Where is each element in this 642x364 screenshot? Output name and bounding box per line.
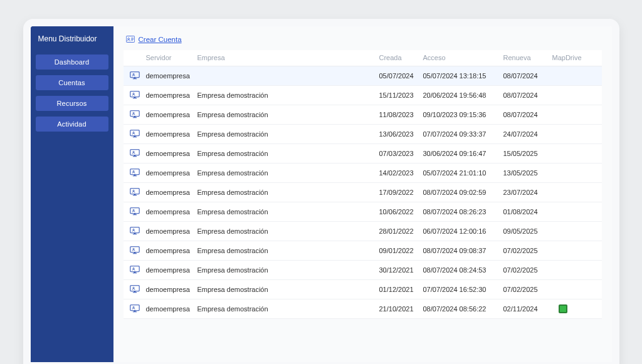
cell-renueva: 13/05/2025 — [503, 169, 552, 177]
svg-rect-40 — [132, 234, 137, 234]
device-frame: Menu Distribuidor Dashboard Cuentas Recu… — [23, 19, 619, 365]
cell-acceso: 08/07/2024 09:02:59 — [423, 189, 503, 196]
cell-servidor: demoempresa — [146, 208, 197, 216]
svg-rect-7 — [134, 78, 135, 78]
cell-acceso: 06/07/2024 12:00:16 — [423, 227, 503, 235]
cell-acceso: 08/07/2024 08:26:23 — [423, 208, 503, 216]
mapdrive-indicator — [559, 304, 567, 313]
cell-empresa: Empresa demostración — [197, 247, 379, 254]
svg-rect-32 — [132, 195, 137, 195]
table-header: Servidor Empresa Creada Acceso Renueva M… — [124, 50, 602, 66]
table-row[interactable]: demoempresaEmpresa demostración07/03/202… — [124, 144, 602, 164]
col-renueva[interactable]: Renueva — [503, 54, 552, 61]
svg-rect-24 — [132, 156, 137, 157]
cell-acceso: 05/07/2024 21:01:10 — [423, 169, 503, 177]
svg-rect-15 — [134, 117, 135, 117]
server-icon — [130, 110, 146, 118]
cell-empresa: Empresa demostración — [197, 286, 379, 293]
cell-empresa: Empresa demostración — [197, 208, 379, 216]
server-icon — [130, 130, 146, 138]
cell-renueva: 09/05/2025 — [503, 227, 552, 235]
svg-point-54 — [132, 306, 134, 308]
sidebar-item-actividad[interactable]: Actividad — [36, 117, 108, 132]
cell-empresa: Empresa demostración — [197, 111, 379, 118]
cell-servidor: demoempresa — [146, 247, 197, 254]
cell-renueva: 01/08/2024 — [503, 208, 552, 216]
cell-servidor: demoempresa — [146, 227, 197, 235]
sidebar-title: Menu Distribuidor — [31, 26, 113, 50]
svg-rect-49 — [130, 286, 139, 291]
server-icon — [130, 285, 146, 293]
col-acceso[interactable]: Acceso — [423, 54, 503, 61]
cell-servidor: demoempresa — [146, 72, 197, 80]
cell-acceso: 08/07/2024 08:56:22 — [423, 305, 503, 313]
col-creada[interactable]: Creada — [379, 54, 423, 61]
svg-rect-16 — [132, 117, 137, 118]
svg-rect-36 — [132, 214, 137, 215]
cell-renueva: 08/07/2024 — [503, 111, 552, 118]
svg-rect-52 — [132, 292, 137, 293]
server-icon — [130, 188, 146, 196]
col-mapdrive[interactable]: MapDrive — [552, 54, 585, 61]
app-window: Menu Distribuidor Dashboard Cuentas Recu… — [31, 26, 612, 362]
table-row[interactable]: demoempresaEmpresa demostración30/12/202… — [124, 261, 602, 280]
svg-rect-56 — [132, 311, 137, 312]
accounts-table: Servidor Empresa Creada Acceso Renueva M… — [124, 50, 602, 319]
server-icon — [130, 207, 146, 216]
cell-servidor: demoempresa — [146, 130, 197, 138]
svg-rect-41 — [130, 247, 139, 252]
cell-renueva: 08/07/2024 — [503, 72, 552, 80]
cell-servidor: demoempresa — [146, 91, 197, 99]
server-icon — [130, 149, 146, 157]
table-row[interactable]: demoempresaEmpresa demostración28/01/202… — [124, 222, 602, 241]
cell-creada: 28/01/2022 — [379, 227, 423, 235]
table-row[interactable]: demoempresaEmpresa demostración09/01/202… — [124, 241, 602, 261]
sidebar: Menu Distribuidor Dashboard Cuentas Recu… — [31, 26, 113, 362]
sidebar-item-cuentas[interactable]: Cuentas — [36, 75, 108, 90]
svg-point-18 — [132, 132, 134, 133]
col-servidor[interactable]: Servidor — [146, 54, 197, 61]
cell-creada: 21/10/2021 — [379, 305, 423, 313]
server-icon — [130, 304, 146, 313]
cell-empresa: Empresa demostración — [197, 305, 379, 313]
cell-empresa: Empresa demostración — [197, 91, 379, 99]
cell-acceso: 07/07/2024 16:52:30 — [423, 286, 503, 293]
svg-rect-47 — [134, 272, 135, 273]
svg-point-30 — [132, 190, 134, 191]
svg-rect-43 — [134, 252, 135, 253]
table-row[interactable]: demoempresa05/07/202405/07/2024 13:18:15… — [124, 66, 602, 86]
table-row[interactable]: demoempresaEmpresa demostración13/06/202… — [124, 125, 602, 144]
svg-rect-35 — [134, 214, 135, 214]
svg-rect-29 — [130, 189, 139, 194]
svg-point-1 — [127, 38, 129, 39]
cell-mapdrive — [552, 304, 585, 313]
table-row[interactable]: demoempresaEmpresa demostración01/12/202… — [124, 280, 602, 299]
cell-renueva: 07/02/2025 — [503, 266, 552, 274]
table-row[interactable]: demoempresaEmpresa demostración14/02/202… — [124, 164, 602, 183]
cell-acceso: 30/06/2024 09:16:47 — [423, 150, 503, 157]
svg-rect-48 — [132, 273, 137, 273]
table-row[interactable]: demoempresaEmpresa demostración17/09/202… — [124, 183, 602, 202]
svg-rect-39 — [134, 233, 135, 234]
col-empresa[interactable]: Empresa — [197, 54, 379, 61]
svg-point-10 — [132, 93, 134, 94]
svg-rect-12 — [132, 98, 137, 98]
svg-point-26 — [132, 170, 134, 172]
table-row[interactable]: demoempresaEmpresa demostración15/11/202… — [124, 86, 602, 105]
svg-point-46 — [132, 268, 134, 269]
table-row[interactable]: demoempresaEmpresa demostración21/10/202… — [124, 299, 602, 319]
svg-point-22 — [132, 151, 134, 152]
server-icon — [130, 246, 146, 254]
sidebar-item-recursos[interactable]: Recursos — [36, 96, 108, 111]
content-area: Crear Cuenta Servidor Empresa Creada Acc… — [113, 26, 612, 362]
sidebar-item-dashboard[interactable]: Dashboard — [36, 55, 108, 70]
svg-rect-28 — [132, 175, 137, 176]
table-row[interactable]: demoempresaEmpresa demostración11/08/202… — [124, 105, 602, 125]
cell-acceso: 08/07/2024 09:08:37 — [423, 247, 503, 254]
cell-empresa: Empresa demostración — [197, 266, 379, 274]
cell-acceso: 08/07/2024 08:24:53 — [423, 266, 503, 274]
cell-creada: 11/08/2023 — [379, 111, 423, 118]
cell-renueva: 07/02/2025 — [503, 247, 552, 254]
table-row[interactable]: demoempresaEmpresa demostración10/06/202… — [124, 202, 602, 222]
crear-cuenta-link[interactable]: Crear Cuenta — [126, 36, 602, 44]
